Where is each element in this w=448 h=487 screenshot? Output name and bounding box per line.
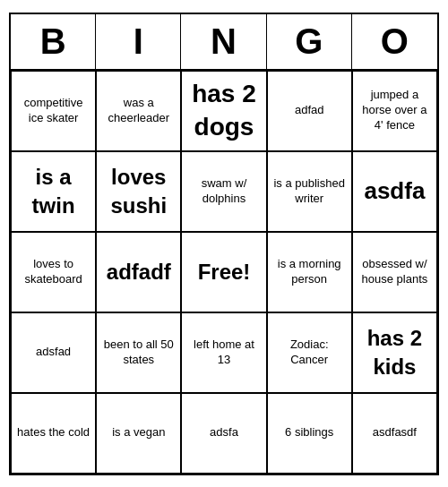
bingo-cell-18[interactable]: Zodiac: Cancer [267, 312, 352, 393]
bingo-cell-10[interactable]: loves to skateboard [11, 232, 96, 312]
bingo-cell-23[interactable]: 6 siblings [267, 393, 352, 474]
bingo-cell-15[interactable]: adsfad [11, 312, 96, 393]
bingo-cell-21[interactable]: is a vegan [96, 393, 181, 474]
bingo-letter-i: I [96, 14, 181, 69]
bingo-cell-22[interactable]: adsfa [181, 393, 266, 474]
bingo-cell-24[interactable]: asdfasdf [352, 393, 437, 474]
bingo-letter-g: G [267, 14, 352, 69]
bingo-cell-1[interactable]: was a cheerleader [96, 71, 181, 151]
bingo-cell-5[interactable]: is a twin [11, 151, 96, 232]
bingo-cell-8[interactable]: is a published writer [267, 151, 352, 232]
bingo-cell-7[interactable]: swam w/ dolphins [181, 151, 266, 232]
bingo-cell-14[interactable]: obsessed w/ house plants [352, 232, 437, 312]
bingo-cell-0[interactable]: competitive ice skater [11, 71, 96, 151]
bingo-header: BINGO [11, 14, 437, 71]
bingo-cell-19[interactable]: has 2 kids [352, 312, 437, 393]
bingo-letter-b: B [11, 14, 96, 69]
bingo-card: BINGO competitive ice skaterwas a cheerl… [9, 13, 439, 475]
bingo-cell-11[interactable]: adfadf [96, 232, 181, 312]
bingo-cell-12[interactable]: Free! [181, 232, 266, 312]
bingo-cell-3[interactable]: adfad [267, 71, 352, 151]
bingo-cell-4[interactable]: jumped a horse over a 4' fence [352, 71, 437, 151]
bingo-cell-9[interactable]: asdfa [352, 151, 437, 232]
bingo-grid: competitive ice skaterwas a cheerleaderh… [11, 71, 437, 474]
bingo-cell-20[interactable]: hates the cold [11, 393, 96, 474]
bingo-cell-13[interactable]: is a morning person [267, 232, 352, 312]
bingo-cell-2[interactable]: has 2 dogs [181, 71, 266, 151]
bingo-letter-n: N [181, 14, 266, 69]
bingo-cell-17[interactable]: left home at 13 [181, 312, 266, 393]
bingo-cell-16[interactable]: been to all 50 states [96, 312, 181, 393]
bingo-cell-6[interactable]: loves sushi [96, 151, 181, 232]
bingo-letter-o: O [352, 14, 437, 69]
